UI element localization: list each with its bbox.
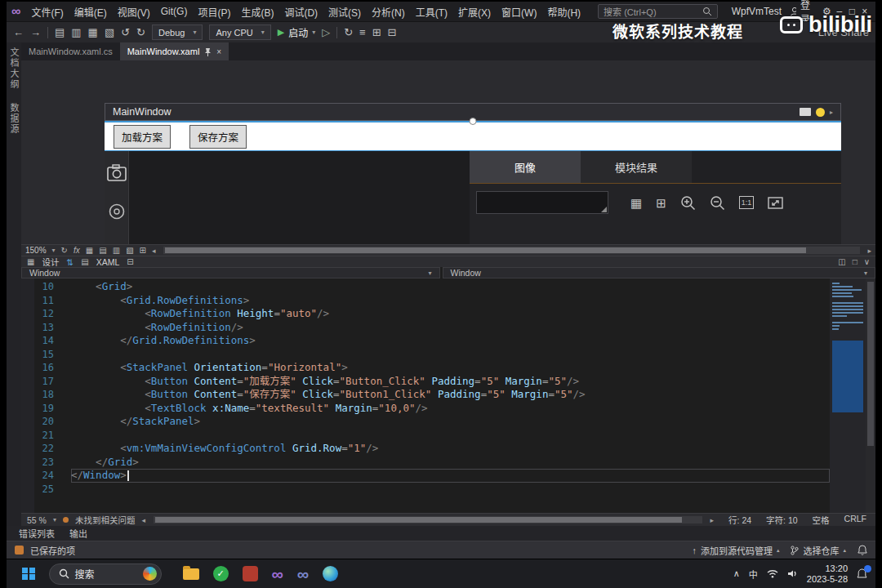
preview-save-button[interactable]: 保存方案 [189, 125, 247, 149]
output-tab[interactable]: 输出 [69, 527, 87, 540]
menu-analyze[interactable]: 分析(N) [367, 3, 410, 20]
code-line[interactable]: <TextBlock x:Name="textResult" Margin="1… [71, 402, 830, 416]
close-tab-icon[interactable]: × [216, 47, 221, 56]
ime-indicator[interactable]: 中 [749, 568, 758, 581]
breakpoint-margin[interactable] [21, 278, 34, 513]
scroll-left-icon[interactable]: ◂ [141, 516, 145, 524]
volume-icon[interactable] [787, 569, 798, 578]
taskbar-clock[interactable]: 13:20 2023-5-28 [807, 564, 848, 584]
element-dropdown-left[interactable]: Window▾ [21, 267, 440, 278]
menu-window[interactable]: 窗口(W) [497, 3, 541, 20]
layout-grid-icon[interactable]: ⊞ [656, 197, 666, 209]
code-line[interactable] [71, 483, 830, 497]
expand-pane-icon[interactable]: ∨ [864, 257, 870, 266]
selection-handle[interactable] [470, 118, 477, 125]
code-line[interactable]: </StackPanel> [71, 415, 830, 429]
snap-grid-icon[interactable]: ▤ [99, 246, 106, 255]
find-in-files-icon[interactable]: ⊞ [372, 27, 381, 38]
menu-project[interactable]: 项目(P) [193, 3, 235, 20]
code-line[interactable] [71, 348, 830, 362]
design-preview-window[interactable]: MainWindow ▸ 加载方案 保存方案 [105, 103, 841, 244]
tab-mainwindow-xaml-cs[interactable]: MainWindow.xaml.cs [21, 42, 120, 60]
snaplines-icon[interactable]: ▥ [113, 246, 120, 255]
pin-icon[interactable] [204, 47, 212, 56]
fit-to-screen-icon[interactable] [768, 196, 783, 210]
scroll-right-icon[interactable]: ▸ [867, 247, 871, 255]
code-line[interactable]: <RowDefinition Height="auto"/> [71, 307, 830, 321]
editor-v-scrollbar[interactable] [866, 278, 875, 513]
visual-studio-icon[interactable]: ∞ [272, 566, 283, 582]
code-line[interactable]: <Button Content="加载方案" Click="Button_Cli… [71, 375, 830, 389]
tab-image[interactable]: 图像 [470, 151, 581, 183]
menu-git[interactable]: Git(G) [156, 4, 193, 19]
show-grid-icon[interactable]: ▦ [86, 246, 93, 255]
navigate-back-icon[interactable]: ← [13, 27, 24, 38]
start-debugging-button[interactable]: ▶ 启动▾ [278, 25, 316, 39]
edge-browser-icon[interactable] [323, 566, 338, 581]
bing-chat-icon[interactable] [143, 567, 157, 581]
file-explorer-icon[interactable] [183, 568, 199, 580]
show-annotations-icon[interactable]: ▧ [126, 246, 133, 255]
capture-target-icon[interactable] [108, 203, 126, 220]
preview-load-button[interactable]: 加载方案 [114, 125, 171, 149]
start-button[interactable] [22, 568, 35, 581]
maximize-button[interactable]: □ [846, 6, 858, 17]
undo-icon[interactable]: ↺ [121, 27, 130, 38]
minimap[interactable] [830, 278, 866, 513]
issues-indicator-icon[interactable] [63, 517, 69, 523]
designer-h-scrollbar[interactable] [163, 247, 861, 254]
scroll-right-icon[interactable]: ▸ [710, 516, 715, 524]
swap-panes-icon[interactable]: ⇅ [66, 257, 74, 267]
lightbulb-icon[interactable] [816, 108, 825, 117]
quick-search-input[interactable]: 搜索 (Ctrl+Q) [598, 4, 718, 19]
wifi-icon[interactable] [767, 569, 778, 578]
document-outline-tab[interactable]: 文档大纲 [7, 47, 20, 90]
vertical-split-icon[interactable]: ◫ [838, 257, 845, 266]
notification-center-button[interactable] [857, 568, 867, 580]
error-list-tab[interactable]: 错误列表 [19, 527, 55, 540]
tab-module-results[interactable]: 模块结果 [581, 151, 692, 183]
menu-edit[interactable]: 编辑(E) [69, 3, 112, 20]
lightbulb-dropdown-icon[interactable]: ▸ [830, 109, 833, 116]
solution-platform-dropdown[interactable]: Any CPU▾ [209, 24, 270, 40]
preview-stackpanel[interactable]: 加载方案 保存方案 [105, 121, 841, 151]
code-line[interactable]: <Grid.RowDefinitions> [71, 294, 830, 308]
break-all-icon[interactable]: ≡ [359, 27, 366, 38]
data-sources-tab[interactable]: 数据源 [7, 103, 20, 135]
refresh-icon[interactable]: ↻ [61, 246, 68, 255]
code-line[interactable]: <Grid> [71, 280, 830, 294]
minimize-button[interactable]: – [834, 6, 845, 17]
xaml-designer-surface[interactable]: MainWindow ▸ 加载方案 保存方案 [21, 60, 875, 244]
design-view-tab[interactable]: 设计 [42, 256, 59, 268]
menu-debug[interactable]: 调试(D) [279, 3, 323, 20]
green-app-icon[interactable]: ✓ [213, 566, 229, 581]
bookmark-icon[interactable]: ⊟ [388, 27, 397, 38]
code-line[interactable]: </Grid> [71, 456, 830, 470]
close-button[interactable]: × [859, 6, 871, 17]
editor-zoom-dropdown[interactable]: 55 % [27, 515, 47, 525]
menu-test[interactable]: 测试(S) [323, 3, 366, 20]
select-repository-button[interactable]: 选择仓库 ▴ [791, 544, 846, 557]
spaces-indicator[interactable]: 空格 [813, 514, 830, 526]
element-dropdown-right[interactable]: Window▾ [443, 267, 875, 278]
live-share-button[interactable]: Live Share [818, 27, 869, 38]
code-line[interactable] [71, 429, 830, 443]
code-line[interactable]: </Window> [71, 469, 830, 483]
code-line[interactable]: <StackPanel Orientation="Horizontal"> [71, 361, 830, 375]
start-without-debugging-icon[interactable]: ▷ [322, 27, 330, 38]
tray-expand-icon[interactable]: ∧ [733, 568, 740, 579]
layout-single-icon[interactable]: ▦ [630, 197, 642, 209]
menu-help[interactable]: 帮助(H) [542, 3, 586, 20]
code-line[interactable]: <vm:VmMainViewConfigControl Grid.Row="1"… [71, 442, 830, 456]
taskbar-search-box[interactable]: 搜索 [49, 564, 162, 585]
visual-studio-preview-icon[interactable]: ∞ [297, 566, 309, 582]
notifications-bell-button[interactable] [858, 545, 867, 555]
scroll-left-icon[interactable]: ◂ [152, 247, 156, 255]
code-line[interactable]: <RowDefinition/> [71, 321, 830, 335]
redo-icon[interactable]: ↻ [136, 27, 145, 38]
preview-source-combobox[interactable] [476, 191, 608, 214]
eol-indicator[interactable]: CRLF [844, 514, 866, 526]
hot-reload-icon[interactable]: ↻ [344, 27, 353, 38]
code-line[interactable]: <Button Content="保存方案" Click="Button1_Cl… [71, 388, 830, 402]
solution-configuration-dropdown[interactable]: Debug▾ [152, 24, 203, 40]
